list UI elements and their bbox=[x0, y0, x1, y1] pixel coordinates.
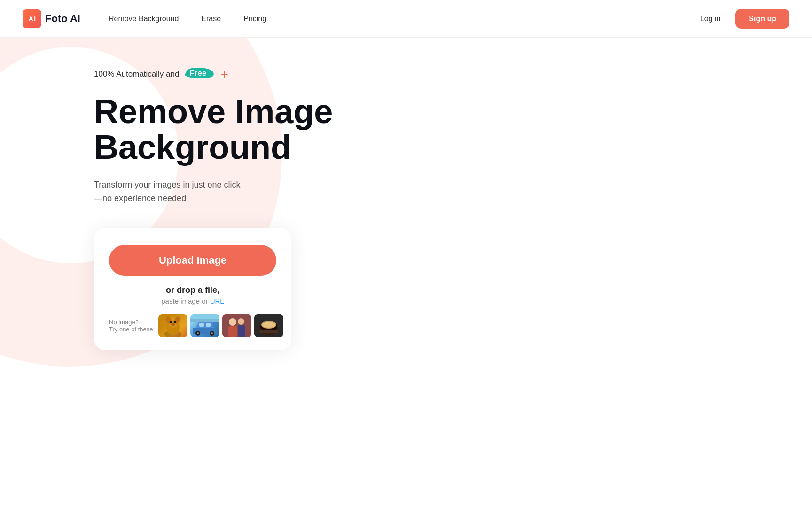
signup-button[interactable]: Sign up bbox=[735, 9, 789, 29]
free-badge-text: Free bbox=[183, 66, 215, 83]
sample-car[interactable] bbox=[190, 314, 219, 337]
nav-right: Log in Sign up bbox=[700, 9, 789, 29]
car-svg bbox=[190, 314, 219, 337]
nav-erase[interactable]: Erase bbox=[201, 15, 221, 23]
sample-dog[interactable] bbox=[158, 314, 187, 337]
thumb-coffee-inner bbox=[254, 314, 283, 337]
couple-svg bbox=[222, 314, 251, 337]
login-button[interactable]: Log in bbox=[700, 15, 721, 23]
sample-images-row: No image?Try one of these: bbox=[109, 314, 276, 337]
coffee-svg bbox=[254, 314, 283, 337]
badge-row: 100% Automatically and Free + bbox=[94, 66, 333, 83]
url-link[interactable]: URL bbox=[210, 297, 224, 305]
dog-svg bbox=[158, 314, 187, 337]
drop-text: or drop a file, bbox=[109, 285, 276, 295]
sample-images bbox=[158, 314, 283, 337]
sample-label: No image?Try one of these: bbox=[109, 319, 155, 333]
nav-links: Remove Background Erase Pricing bbox=[109, 15, 700, 23]
svg-point-13 bbox=[197, 332, 199, 334]
svg-point-5 bbox=[170, 321, 172, 323]
svg-rect-21 bbox=[238, 325, 245, 337]
brand-name: Foto AI bbox=[45, 13, 80, 25]
hero-subtitle: Transform your images in just one click … bbox=[94, 178, 333, 205]
thumb-dog-inner bbox=[158, 314, 187, 337]
free-badge: Free bbox=[183, 66, 215, 83]
svg-point-14 bbox=[211, 332, 213, 334]
hero-title: Remove Image Background bbox=[94, 94, 333, 165]
sample-couple[interactable] bbox=[222, 314, 251, 337]
thumb-couple-inner bbox=[222, 314, 251, 337]
sample-coffee[interactable] bbox=[254, 314, 283, 337]
badge-prefix: 100% Automatically and bbox=[94, 70, 179, 79]
logo[interactable]: A I Foto AI bbox=[23, 9, 80, 28]
nav-remove-background[interactable]: Remove Background bbox=[109, 15, 179, 23]
svg-point-18 bbox=[229, 318, 236, 326]
svg-rect-10 bbox=[206, 323, 211, 327]
logo-icon: A I bbox=[23, 9, 41, 28]
svg-rect-19 bbox=[228, 326, 237, 337]
navbar: A I Foto AI Remove Background Erase Pric… bbox=[0, 0, 812, 38]
paste-text: paste image or URL bbox=[109, 297, 276, 305]
svg-rect-27 bbox=[259, 330, 278, 333]
upload-image-button[interactable]: Upload Image bbox=[109, 245, 276, 276]
svg-point-7 bbox=[171, 323, 175, 326]
svg-rect-16 bbox=[190, 319, 219, 322]
nav-pricing[interactable]: Pricing bbox=[243, 15, 266, 23]
upload-card: Upload Image or drop a file, paste image… bbox=[94, 228, 291, 350]
plus-icon: + bbox=[220, 67, 228, 82]
svg-rect-9 bbox=[199, 323, 204, 327]
svg-point-6 bbox=[174, 321, 176, 323]
hero-section: 100% Automatically and Free + Remove Ima… bbox=[0, 38, 812, 525]
thumb-car-inner bbox=[190, 314, 219, 337]
svg-point-20 bbox=[238, 318, 244, 325]
hero-content: 100% Automatically and Free + Remove Ima… bbox=[94, 66, 333, 525]
